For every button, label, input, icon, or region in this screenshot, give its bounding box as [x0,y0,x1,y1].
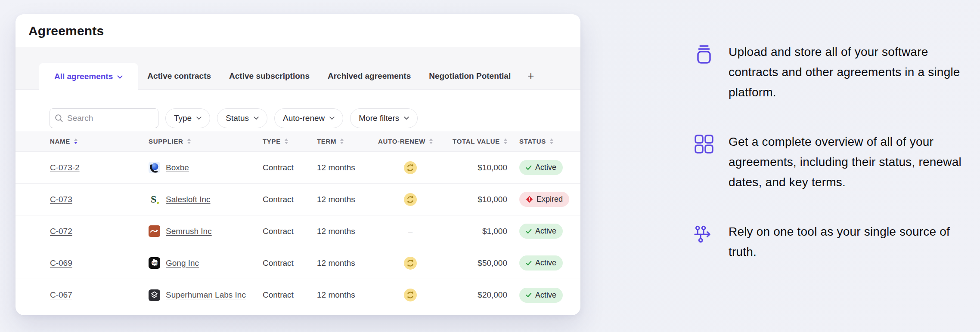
page-title: Agreements [28,24,104,38]
filter-label: Status [226,114,249,123]
auto-renew-cell [378,193,443,206]
tab-label: Negotiation Potential [429,71,511,81]
semrush-logo [149,225,160,237]
supplier-link[interactable]: Salesloft Inc [166,195,211,204]
type-cell: Contract [263,290,317,300]
plus-icon: + [527,69,534,83]
status-badge: Active [519,255,563,271]
sort-icon[interactable] [340,138,344,144]
sort-icon[interactable] [504,138,507,144]
table-row[interactable]: C-067 Superhuman Labs Inc Contract 12 mo… [16,279,580,311]
filter-auto-renew[interactable]: Auto-renew [274,108,343,128]
total-value-cell: $50,000 [443,258,507,268]
filter-status[interactable]: Status [217,108,267,128]
supplier-link[interactable]: Boxbe [166,163,189,172]
status-label: Active [535,291,556,300]
column-header-type[interactable]: TYPE [263,138,317,145]
check-icon [526,261,532,266]
filter-label: More filters [359,114,399,123]
auto-renew-icon [404,289,417,301]
term-cell: 12 months [317,290,378,300]
table-row[interactable]: C-073 S Salesloft Inc Contract 12 months [16,184,580,215]
sort-icon[interactable] [429,138,433,144]
type-cell: Contract [263,163,317,172]
feature-item: Get a complete overview of all of your a… [694,132,963,192]
column-header-term[interactable]: TERM [317,138,378,145]
tab-negotiation-potential[interactable]: Negotiation Potential [420,62,520,89]
filter-label: Type [174,114,192,123]
search-input[interactable] [50,108,158,128]
search-box [50,108,158,128]
supplier-link[interactable]: Semrush Inc [166,227,212,236]
check-icon [526,165,532,170]
feature-list: Upload and store all of your software co… [694,42,963,262]
chevron-down-icon [254,117,259,120]
column-label: TERM [317,138,336,145]
agreement-link[interactable]: C-069 [50,258,72,267]
agreements-card: Agreements All agreements Active contrac… [16,14,580,315]
column-header-status[interactable]: STATUS [507,138,572,145]
chevron-down-icon [196,117,202,120]
auto-renew-cell [378,289,443,301]
feature-text: Get a complete overview of all of your a… [729,132,963,192]
column-header-auto-renew[interactable]: AUTO-RENEW [378,138,443,145]
add-tab-button[interactable]: + [520,62,542,89]
term-cell: 12 months [317,195,378,204]
tab-active-subscriptions[interactable]: Active subscriptions [220,62,319,89]
total-value-cell: $10,000 [443,195,507,204]
column-label: SUPPLIER [149,138,183,145]
check-icon [526,292,532,298]
salesloft-logo: S [149,194,160,205]
type-cell: Contract [263,258,317,268]
tab-label: Archived agreements [328,71,411,81]
archive-icon [694,44,714,64]
filters-row: Type Status Auto-renew More filters [16,90,580,128]
filter-type[interactable]: Type [165,108,210,128]
sort-icon[interactable] [74,138,78,144]
term-cell: 12 months [317,227,378,236]
term-cell: 12 months [317,258,378,268]
auto-renew-cell: – [378,227,443,236]
filter-label: Auto-renew [283,114,325,123]
tab-active-contracts[interactable]: Active contracts [138,62,220,89]
svg-text:Gong: Gong [152,262,158,264]
sort-icon[interactable] [285,138,288,144]
status-label: Active [535,227,556,236]
table-row[interactable]: C-069 Gong Gong Inc Contract 12 months [16,247,580,279]
feature-item: Upload and store all of your software co… [694,42,963,102]
column-header-total-value[interactable]: TOTAL VALUE [443,138,507,145]
column-label: AUTO-RENEW [378,138,425,145]
status-badge: Active [519,288,563,303]
sort-icon[interactable] [187,138,191,144]
tab-all-agreements[interactable]: All agreements [39,63,138,90]
column-header-name[interactable]: NAME [50,138,149,145]
type-cell: Contract [263,195,317,204]
agreement-link[interactable]: C-072 [50,227,72,236]
agreement-link[interactable]: C-073 [50,195,72,204]
column-label: NAME [50,138,70,145]
table-header-row: NAME SUPPLIER TYPE TERM AUTO-RENEW TOTAL… [16,131,580,152]
status-badge: Expired [519,192,569,207]
supplier-link[interactable]: Superhuman Labs Inc [166,290,246,300]
tab-archived-agreements[interactable]: Archived agreements [319,62,420,89]
chevron-down-icon [117,72,123,81]
column-label: STATUS [519,138,546,145]
status-label: Expired [537,195,563,204]
auto-renew-icon [404,161,417,174]
feature-item: Rely on one tool as your single source o… [694,221,963,262]
agreement-link[interactable]: C-067 [50,290,72,299]
agreement-link[interactable]: C-073-2 [50,163,80,172]
gong-logo: Gong [149,257,160,269]
sort-icon[interactable] [550,138,553,144]
supplier-link[interactable]: Gong Inc [166,258,199,268]
tab-bar: All agreements Active contracts Active s… [16,47,580,90]
table-row[interactable]: C-073-2 Boxbe Contract 12 months [16,152,580,184]
table-row[interactable]: C-072 Semrush Inc Contract 12 months – $… [16,215,580,247]
superhuman-labs-logo [149,289,160,301]
tab-label: Active contracts [147,71,211,81]
column-header-supplier[interactable]: SUPPLIER [149,138,263,145]
filter-more-filters[interactable]: More filters [350,108,418,128]
chevron-down-icon [329,117,335,120]
card-header: Agreements [16,14,580,47]
tab-label: Active subscriptions [229,71,310,81]
